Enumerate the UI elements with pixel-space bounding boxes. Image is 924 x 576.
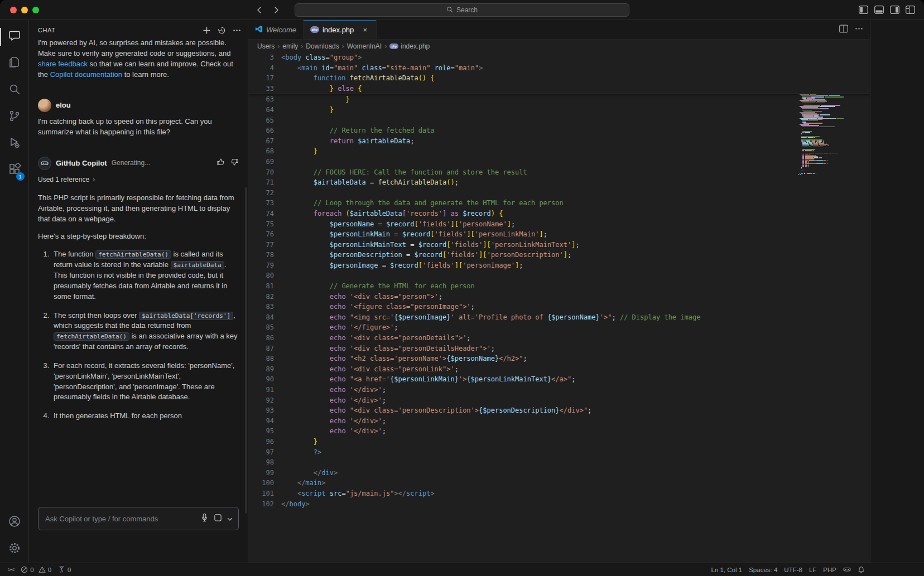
indentation[interactable]: Spaces: 4	[745, 567, 781, 573]
code-line[interactable]: 101 <script src="js/main.js"></script>	[248, 488, 870, 499]
close-window-button[interactable]	[10, 7, 17, 13]
editor-more-actions-icon[interactable]	[855, 25, 863, 35]
activity-item-run-debug[interactable]	[0, 130, 29, 157]
code-line[interactable]: 91 echo '</div>';	[248, 385, 870, 395]
code-line[interactable]: 69	[248, 157, 870, 167]
code-line[interactable]: 82 echo '<div class="person">';	[248, 292, 870, 302]
code-line[interactable]: 75 $personName = $record['fields']['pers…	[248, 219, 870, 230]
notifications[interactable]	[854, 566, 868, 573]
code-line[interactable]: 102</body>	[248, 499, 870, 510]
tab-index-php[interactable]: php index.php ×	[304, 20, 377, 39]
code-line[interactable]: 33 } else {	[248, 84, 870, 94]
traffic-lights	[10, 7, 39, 13]
microphone-icon[interactable]	[200, 513, 209, 524]
code-line[interactable]: 77 $personLinkMainText = $record['fields…	[248, 240, 870, 250]
code-line[interactable]: 81 // Generate the HTML for each person	[248, 281, 870, 292]
code-line[interactable]: 67 return $airtableData;	[248, 136, 870, 147]
problems-indicator[interactable]: 0 0	[17, 563, 55, 576]
command-center-search[interactable]: Search	[295, 3, 629, 17]
code-line[interactable]: 68 }	[248, 146, 870, 157]
code-line[interactable]: 64 }	[248, 105, 870, 115]
breadcrumb-item[interactable]: WomenInAI	[347, 42, 382, 50]
code-line[interactable]: 83 echo '<figure class="personImage">';	[248, 302, 870, 312]
close-tab-icon[interactable]: ×	[360, 25, 369, 34]
toggle-primary-sidebar-icon[interactable]	[859, 6, 868, 14]
new-chat-icon[interactable]	[203, 26, 211, 35]
code-line[interactable]: 63 }	[248, 94, 870, 105]
remote-indicator[interactable]: ><	[4, 563, 17, 576]
cursor-position[interactable]: Ln 1, Col 1	[708, 567, 746, 573]
tab-welcome[interactable]: Welcome	[248, 20, 304, 39]
sticky-scroll[interactable]: 3<body class="group">4 <main id="main" c…	[248, 52, 870, 94]
breadcrumb-item[interactable]: Downloads	[306, 42, 339, 50]
code-line[interactable]: 74 foreach ($airtableData['records'] as …	[248, 209, 870, 219]
code-line[interactable]: 76 $personLinkMain = $record['fields']['…	[248, 229, 870, 240]
code-line[interactable]: 66 // Return the fetched data	[248, 125, 870, 136]
code-line[interactable]: 85 echo '</figure>';	[248, 322, 870, 333]
chat-mode-icon[interactable]	[214, 514, 222, 524]
chat-link[interactable]: share feedback	[38, 60, 88, 68]
code-line[interactable]: 73 // Loop through the data and generate…	[248, 198, 870, 209]
code-line[interactable]: 90 echo "<a href='{$personLinkMain}'>{$p…	[248, 374, 870, 385]
code-line[interactable]: 96 }	[248, 437, 870, 447]
back-icon[interactable]	[256, 6, 263, 14]
code-line[interactable]: 4 <main id="main" class="site-main" role…	[248, 63, 870, 74]
code-line[interactable]: 71 $airtableData = fetchAirtableData();	[248, 177, 870, 188]
code-line[interactable]: 100 </main>	[248, 478, 870, 488]
code-editor[interactable]: 3<body class="group">4 <main id="main" c…	[248, 52, 870, 563]
used-references-toggle[interactable]: Used 1 reference ›	[38, 175, 239, 185]
activity-item-accounts[interactable]	[0, 509, 29, 536]
breadcrumb-item[interactable]: Users	[257, 42, 275, 50]
code-line[interactable]: 88 echo "<h2 class='personName'>{$person…	[248, 354, 870, 364]
more-actions-icon[interactable]	[233, 26, 241, 35]
maximize-window-button[interactable]	[32, 7, 39, 13]
activity-item-chat[interactable]	[0, 23, 29, 50]
code-line[interactable]: 70 // FOCUS HERE: Call the function and …	[248, 167, 870, 178]
activity-item-explorer[interactable]	[0, 50, 29, 77]
code-line[interactable]: 84 echo "<img src='{$personImage}' alt='…	[248, 312, 870, 323]
code-line[interactable]: 17 function fetchAirtableData() {	[248, 73, 870, 84]
thumbs-down-icon[interactable]	[230, 158, 239, 170]
activity-item-source-control[interactable]	[0, 104, 29, 130]
minimize-window-button[interactable]	[21, 7, 28, 13]
toggle-panel-icon[interactable]	[874, 6, 884, 14]
ports-indicator[interactable]: 0	[55, 563, 74, 576]
code-line[interactable]: 80	[248, 270, 870, 281]
activity-item-extensions[interactable]: 1	[0, 157, 29, 184]
language-mode[interactable]: PHP	[820, 567, 840, 573]
copilot-status[interactable]	[840, 566, 854, 573]
code-line[interactable]: 89 echo '<div class="personLink">';	[248, 364, 870, 375]
code-line[interactable]: 95 echo '</div>';	[248, 426, 870, 437]
forward-icon[interactable]	[272, 6, 280, 14]
thumbs-up-icon[interactable]	[216, 158, 225, 170]
chat-scrollbar[interactable]	[245, 187, 247, 514]
toggle-secondary-sidebar-icon[interactable]	[890, 6, 899, 14]
code-line[interactable]: 3<body class="group">	[248, 52, 870, 63]
code-line[interactable]: 72	[248, 188, 870, 199]
encoding[interactable]: UTF-8	[781, 567, 806, 573]
code-line[interactable]: 79 $personImage = $record['fields']['per…	[248, 260, 870, 271]
breadcrumb-item[interactable]: emily	[282, 42, 298, 50]
code-lines[interactable]: 63 }64 }6566 // Return the fetched data6…	[248, 94, 870, 509]
code-line[interactable]: 99 </div>	[248, 468, 870, 478]
code-line[interactable]: 86 echo '<div class="personDetails">';	[248, 333, 870, 343]
code-line[interactable]: 98	[248, 457, 870, 468]
chat-link[interactable]: Copilot documentation	[50, 70, 122, 79]
code-line[interactable]: 65	[248, 115, 870, 126]
code-line[interactable]: 87 echo '<div class="personDetailsHeader…	[248, 343, 870, 354]
chat-message-list[interactable]: I'm powered by AI, so surprises and mist…	[29, 40, 248, 504]
split-editor-icon[interactable]	[839, 25, 848, 35]
code-line[interactable]: 94 echo '</div>';	[248, 416, 870, 427]
eol-sequence[interactable]: LF	[806, 567, 820, 573]
chat-history-icon[interactable]	[218, 26, 226, 35]
code-line[interactable]: 97 ?>	[248, 447, 870, 458]
code-line[interactable]: 78 $personDescription = $record['fields'…	[248, 250, 870, 260]
chat-input[interactable]: Ask Copilot or type / for commands	[38, 507, 239, 530]
activity-item-settings[interactable]	[0, 536, 29, 563]
code-line[interactable]: 93 echo "<div class='personDescription'>…	[248, 405, 870, 416]
activity-item-search[interactable]	[0, 77, 29, 104]
chevron-down-icon[interactable]	[227, 514, 233, 524]
breadcrumb-item[interactable]: phpindex.php	[389, 42, 430, 50]
customize-layout-icon[interactable]	[906, 6, 915, 14]
code-line[interactable]: 92 echo '</div>';	[248, 395, 870, 406]
